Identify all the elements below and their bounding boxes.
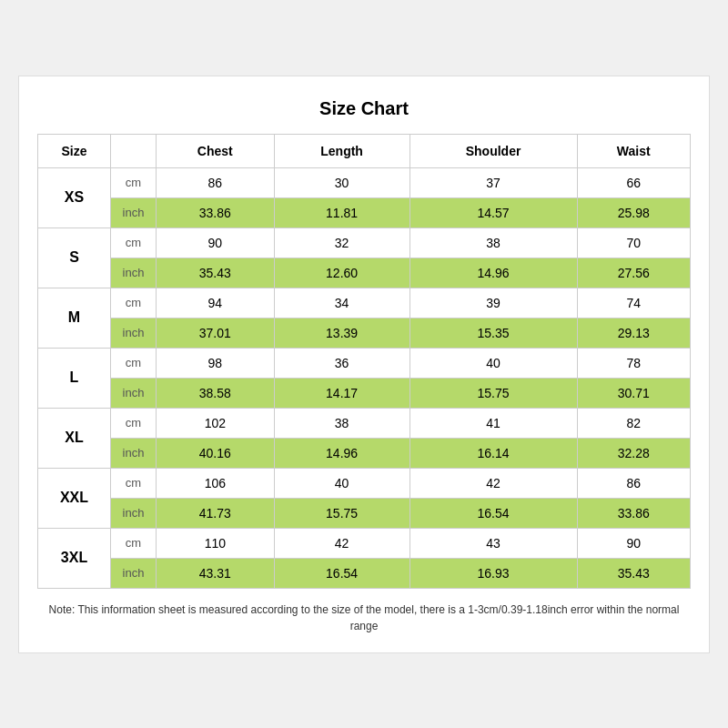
table-row: inch 38.58 14.17 15.75 30.71 <box>38 378 691 408</box>
chest-cm: 90 <box>157 228 275 258</box>
unit-cm: cm <box>111 468 157 498</box>
waist-cm: 82 <box>577 408 690 438</box>
shoulder-inch: 15.35 <box>410 318 577 348</box>
length-inch: 11.81 <box>274 197 410 228</box>
waist-inch: 25.98 <box>577 197 690 228</box>
waist-inch: 29.13 <box>577 318 690 348</box>
chest-cm: 102 <box>157 408 275 438</box>
size-label: 3XL <box>38 528 111 588</box>
unit-cm: cm <box>111 528 157 558</box>
length-inch: 15.75 <box>274 498 410 528</box>
chest-inch: 33.86 <box>157 197 275 228</box>
chest-inch: 38.58 <box>157 378 275 408</box>
shoulder-inch: 16.14 <box>410 438 577 468</box>
shoulder-cm: 39 <box>410 288 577 318</box>
shoulder-inch: 14.96 <box>410 258 577 288</box>
length-cm: 34 <box>274 288 410 318</box>
chest-inch: 35.43 <box>157 258 275 288</box>
size-label: XS <box>38 167 111 228</box>
unit-inch: inch <box>111 318 157 348</box>
waist-cm: 70 <box>577 228 690 258</box>
shoulder-cm: 40 <box>410 348 577 378</box>
chest-inch: 40.16 <box>157 438 275 468</box>
table-row: XS cm 86 30 37 66 <box>38 167 691 197</box>
table-row: XL cm 102 38 41 82 <box>38 408 691 438</box>
chest-inch: 37.01 <box>157 318 275 348</box>
unit-cm: cm <box>111 408 157 438</box>
table-row: M cm 94 34 39 74 <box>38 288 691 318</box>
shoulder-cm: 38 <box>410 228 577 258</box>
shoulder-cm: 37 <box>410 167 577 197</box>
waist-inch: 33.86 <box>577 498 690 528</box>
chest-inch: 41.73 <box>157 498 275 528</box>
length-inch: 12.60 <box>274 258 410 288</box>
length-cm: 36 <box>274 348 410 378</box>
shoulder-cm: 42 <box>410 468 577 498</box>
unit-inch: inch <box>111 558 157 588</box>
waist-cm: 86 <box>577 468 690 498</box>
table-row: inch 37.01 13.39 15.35 29.13 <box>38 318 691 348</box>
size-chart-card: Size Chart Size Chest Length Shoulder Wa… <box>18 76 710 653</box>
header-shoulder: Shoulder <box>410 134 577 167</box>
unit-cm: cm <box>111 288 157 318</box>
table-row: XXL cm 106 40 42 86 <box>38 468 691 498</box>
size-table: Size Chest Length Shoulder Waist XS cm 8… <box>37 134 691 589</box>
length-cm: 32 <box>274 228 410 258</box>
unit-inch: inch <box>111 197 157 228</box>
length-inch: 14.96 <box>274 438 410 468</box>
size-label: XXL <box>38 468 111 528</box>
unit-inch: inch <box>111 258 157 288</box>
header-size: Size <box>38 134 111 167</box>
waist-cm: 90 <box>577 528 690 558</box>
header-length: Length <box>274 134 410 167</box>
waist-inch: 30.71 <box>577 378 690 408</box>
size-label: M <box>38 288 111 348</box>
shoulder-inch: 16.54 <box>410 498 577 528</box>
chest-cm: 86 <box>157 167 275 197</box>
unit-inch: inch <box>111 438 157 468</box>
size-label: S <box>38 228 111 288</box>
unit-inch: inch <box>111 378 157 408</box>
waist-cm: 74 <box>577 288 690 318</box>
length-inch: 16.54 <box>274 558 410 588</box>
size-label: XL <box>38 408 111 468</box>
length-cm: 40 <box>274 468 410 498</box>
table-row: inch 43.31 16.54 16.93 35.43 <box>38 558 691 588</box>
table-row: inch 33.86 11.81 14.57 25.98 <box>38 197 691 228</box>
header-chest: Chest <box>157 134 275 167</box>
table-row: 3XL cm 110 42 43 90 <box>38 528 691 558</box>
waist-inch: 35.43 <box>577 558 690 588</box>
table-row: S cm 90 32 38 70 <box>38 228 691 258</box>
length-cm: 38 <box>274 408 410 438</box>
chest-cm: 106 <box>157 468 275 498</box>
unit-inch: inch <box>111 498 157 528</box>
waist-cm: 78 <box>577 348 690 378</box>
chest-cm: 110 <box>157 528 275 558</box>
table-row: inch 40.16 14.96 16.14 32.28 <box>38 438 691 468</box>
shoulder-inch: 14.57 <box>410 197 577 228</box>
chest-inch: 43.31 <box>157 558 275 588</box>
shoulder-cm: 43 <box>410 528 577 558</box>
waist-cm: 66 <box>577 167 690 197</box>
length-inch: 14.17 <box>274 378 410 408</box>
length-inch: 13.39 <box>274 318 410 348</box>
table-row: L cm 98 36 40 78 <box>38 348 691 378</box>
size-label: L <box>38 348 111 408</box>
unit-cm: cm <box>111 167 157 197</box>
size-chart-note: Note: This information sheet is measured… <box>37 602 691 634</box>
length-cm: 42 <box>274 528 410 558</box>
waist-inch: 32.28 <box>577 438 690 468</box>
header-unit <box>111 134 157 167</box>
header-waist: Waist <box>577 134 690 167</box>
waist-inch: 27.56 <box>577 258 690 288</box>
length-cm: 30 <box>274 167 410 197</box>
shoulder-inch: 15.75 <box>410 378 577 408</box>
header-row: Size Chest Length Shoulder Waist <box>38 134 691 167</box>
shoulder-inch: 16.93 <box>410 558 577 588</box>
unit-cm: cm <box>111 228 157 258</box>
table-row: inch 41.73 15.75 16.54 33.86 <box>38 498 691 528</box>
unit-cm: cm <box>111 348 157 378</box>
shoulder-cm: 41 <box>410 408 577 438</box>
table-row: inch 35.43 12.60 14.96 27.56 <box>38 258 691 288</box>
chest-cm: 98 <box>157 348 275 378</box>
